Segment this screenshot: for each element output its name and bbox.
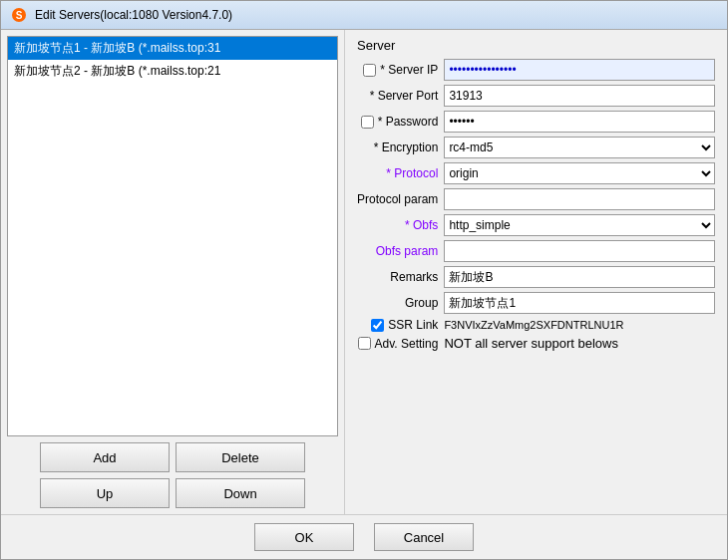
adv-setting-checkbox[interactable] xyxy=(358,337,371,350)
encryption-label: * Encryption xyxy=(357,140,438,154)
adv-setting-label: Adv. Setting xyxy=(357,337,438,351)
remarks-input[interactable] xyxy=(444,266,715,288)
delete-button[interactable]: Delete xyxy=(176,442,305,472)
remarks-row xyxy=(444,266,715,288)
obfs-row: http_simple plain http_post tls1.2_ticke… xyxy=(444,214,715,236)
ok-button[interactable]: OK xyxy=(254,523,354,551)
password-label: * Password xyxy=(357,115,438,129)
adv-setting-desc: NOT all server support belows xyxy=(444,336,618,351)
app-icon: S xyxy=(11,7,27,23)
group-label: Group xyxy=(357,296,438,310)
protocol-label: * Protocol xyxy=(357,166,438,180)
ssr-link-value: F3NVIxZzVaMmg2SXFDNTRLNU1R xyxy=(444,319,715,331)
action-buttons-row1: Add Delete xyxy=(7,442,338,472)
right-panel: Server * Server IP * Server Port xyxy=(345,30,727,514)
obfs-param-input[interactable] xyxy=(444,240,715,262)
ssr-link-row: F3NVIxZzVaMmg2SXFDNTRLNU1R xyxy=(444,319,715,331)
group-row xyxy=(444,292,715,314)
server-port-row xyxy=(444,85,715,107)
password-row xyxy=(444,111,715,133)
server-port-input[interactable] xyxy=(444,85,715,107)
main-content: 新加坡节点1 - 新加坡B (*.mailss.top:31 新加坡节点2 - … xyxy=(1,30,727,514)
server-ip-label: * Server IP xyxy=(357,63,438,77)
obfs-label: * Obfs xyxy=(357,218,438,232)
section-label: Server xyxy=(357,38,715,53)
obfs-param-row xyxy=(444,240,715,262)
adv-setting-row: NOT all server support belows xyxy=(444,336,715,351)
ssr-link-label: SSR Link xyxy=(357,318,438,332)
protocol-select[interactable]: origin auth_sha1_v4 auth_aes128_md5 auth… xyxy=(444,162,715,184)
server-list[interactable]: 新加坡节点1 - 新加坡B (*.mailss.top:31 新加坡节点2 - … xyxy=(7,36,338,436)
ssr-link-checkbox[interactable] xyxy=(371,319,384,332)
protocol-param-input[interactable] xyxy=(444,188,715,210)
password-checkbox[interactable] xyxy=(361,116,374,129)
encryption-select[interactable]: rc4-md5 none aes-128-cfb aes-192-cfb aes… xyxy=(444,137,715,158)
obfs-param-label: Obfs param xyxy=(357,244,438,258)
server-port-label: * Server Port xyxy=(357,89,438,103)
footer-bar: OK Cancel xyxy=(1,514,727,559)
server-ip-input[interactable] xyxy=(444,59,715,81)
left-panel: 新加坡节点1 - 新加坡B (*.mailss.top:31 新加坡节点2 - … xyxy=(1,30,345,514)
main-window: S Edit Servers(local:1080 Version4.7.0) … xyxy=(0,0,728,560)
obfs-select[interactable]: http_simple plain http_post tls1.2_ticke… xyxy=(444,214,715,236)
password-input[interactable] xyxy=(444,111,715,133)
remarks-label: Remarks xyxy=(357,270,438,284)
encryption-row: rc4-md5 none aes-128-cfb aes-192-cfb aes… xyxy=(444,137,715,158)
down-button[interactable]: Down xyxy=(176,478,305,508)
server-ip-row xyxy=(444,59,715,81)
action-buttons-row2: Up Down xyxy=(7,478,338,508)
title-bar: S Edit Servers(local:1080 Version4.7.0) xyxy=(1,1,727,30)
protocol-param-label: Protocol param xyxy=(357,192,438,206)
protocol-row: origin auth_sha1_v4 auth_aes128_md5 auth… xyxy=(444,162,715,184)
cancel-button[interactable]: Cancel xyxy=(374,523,474,551)
form-grid: * Server IP * Server Port * Password xyxy=(357,59,715,351)
svg-text:S: S xyxy=(16,10,23,21)
add-button[interactable]: Add xyxy=(40,442,170,472)
group-input[interactable] xyxy=(444,292,715,314)
window-title: Edit Servers(local:1080 Version4.7.0) xyxy=(35,8,232,22)
list-item[interactable]: 新加坡节点1 - 新加坡B (*.mailss.top:31 xyxy=(8,37,337,60)
list-item[interactable]: 新加坡节点2 - 新加坡B (*.mailss.top:21 xyxy=(8,60,337,83)
server-ip-checkbox[interactable] xyxy=(363,64,376,77)
protocol-param-row xyxy=(444,188,715,210)
up-button[interactable]: Up xyxy=(40,478,170,508)
